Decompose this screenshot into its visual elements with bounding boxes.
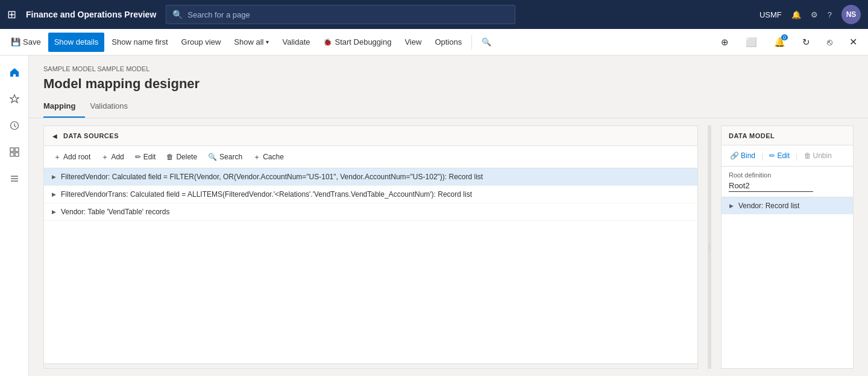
- page-title: Model mapping designer: [43, 76, 854, 92]
- tab-validations[interactable]: Validations: [90, 97, 137, 118]
- save-icon: 💾: [11, 37, 20, 46]
- top-nav-right: USMF 🔔 ⚙ ? NS: [760, 5, 861, 24]
- show-name-first-button[interactable]: Show name first: [105, 33, 174, 52]
- view-button[interactable]: View: [398, 33, 427, 52]
- grid-icon[interactable]: ⊞: [7, 8, 16, 21]
- dm-item[interactable]: ▶ Vendor: Record list: [722, 197, 853, 214]
- delete-icon: 🗑: [166, 153, 174, 161]
- detach-icon: ⎋: [827, 37, 832, 47]
- dm-items-list: ▶ Vendor: Record list: [722, 197, 853, 368]
- tab-mapping[interactable]: Mapping: [43, 97, 85, 118]
- ds-collapse-button[interactable]: ◀: [49, 130, 61, 142]
- unbin-button[interactable]: 🗑 Unbin: [800, 148, 835, 164]
- data-sources-section: ◀ DATA SOURCES ＋ Add root ＋ Add ✏ Edit: [43, 126, 698, 369]
- show-details-button[interactable]: Show details: [48, 33, 105, 52]
- main-content: SAMPLE MODEL SAMPLE MODEL Model mapping …: [29, 56, 868, 376]
- dm-expand-icon-0[interactable]: ▶: [726, 201, 736, 211]
- cache-icon: ＋: [253, 152, 260, 162]
- close-button[interactable]: ✕: [843, 33, 863, 52]
- ds-item[interactable]: ▶ FilteredVendor: Calculated field = FIL…: [44, 168, 697, 186]
- cmd-separator: [471, 35, 472, 49]
- global-search[interactable]: 🔍: [166, 5, 515, 24]
- content-panel: ◀ DATA SOURCES ＋ Add root ＋ Add ✏ Edit: [29, 118, 868, 376]
- badge-button[interactable]: 🔔0: [768, 33, 791, 52]
- ds-header: ◀ DATA SOURCES: [44, 126, 697, 146]
- search-button-cmd[interactable]: 🔍: [476, 33, 497, 52]
- ds-item[interactable]: ▶ Vendor: Table 'VendTable' records: [44, 203, 697, 221]
- resize-divider[interactable]: ⋮: [708, 126, 711, 369]
- search-cmd-icon: 🔍: [482, 37, 491, 46]
- search-icon: 🔍: [172, 10, 183, 19]
- show-all-chevron-icon: ▾: [266, 39, 269, 45]
- command-bar: 💾 Save Show details Show name first Grou…: [0, 29, 868, 56]
- debug-icon: 🐞: [323, 38, 332, 46]
- main-layout: SAMPLE MODEL SAMPLE MODEL Model mapping …: [0, 56, 868, 376]
- svg-rect-4: [15, 153, 19, 156]
- group-view-button[interactable]: Group view: [175, 33, 227, 52]
- svg-rect-3: [10, 153, 14, 156]
- refresh-button[interactable]: ↻: [796, 33, 816, 52]
- help-icon[interactable]: ?: [828, 10, 832, 19]
- root-def-value: Root2: [729, 181, 813, 192]
- avatar[interactable]: NS: [841, 5, 861, 24]
- org-label: USMF: [760, 10, 782, 19]
- start-debugging-button[interactable]: 🐞 Start Debugging: [317, 33, 397, 52]
- sidebar-item-recent[interactable]: [2, 113, 27, 138]
- add-root-icon: ＋: [54, 152, 61, 162]
- refresh-icon: ↻: [802, 37, 810, 48]
- dm-toolbar: 🔗 Bind | ✏ Edit | 🗑 Unbin: [722, 145, 853, 167]
- ds-section-title: DATA SOURCES: [63, 132, 119, 139]
- fullscreen-button[interactable]: ⬜: [740, 33, 763, 52]
- close-icon: ✕: [849, 36, 857, 48]
- page-header: SAMPLE MODEL SAMPLE MODEL Model mapping …: [29, 56, 868, 97]
- save-button[interactable]: 💾 Save: [5, 33, 47, 52]
- dm-item-text-0: Vendor: Record list: [738, 202, 848, 210]
- connections-button[interactable]: ⊕: [715, 33, 735, 52]
- add-root-button[interactable]: ＋ Add root: [49, 148, 95, 165]
- ds-items-list: ▶ FilteredVendor: Calculated field = FIL…: [44, 168, 697, 363]
- svg-rect-2: [15, 148, 19, 151]
- expand-icon-2[interactable]: ▶: [49, 207, 58, 217]
- cache-button[interactable]: ＋ Cache: [248, 148, 289, 165]
- data-model-section: DATA MODEL 🔗 Bind | ✏ Edit | 🗑 Un: [721, 126, 854, 369]
- unbin-icon: 🗑: [804, 151, 811, 160]
- dm-section-title: DATA MODEL: [729, 132, 775, 139]
- connections-icon: ⊕: [721, 37, 729, 48]
- settings-icon[interactable]: ⚙: [811, 10, 818, 19]
- ds-item-text-1: FilteredVendorTrans: Calculated field = …: [61, 190, 693, 199]
- dm-edit-button[interactable]: ✏ Edit: [766, 148, 793, 164]
- ds-item-text-2: Vendor: Table 'VendTable' records: [61, 208, 693, 216]
- expand-icon-1[interactable]: ▶: [49, 190, 58, 199]
- expand-icon-0[interactable]: ▶: [49, 172, 58, 182]
- dm-header: DATA MODEL: [722, 126, 853, 145]
- horizontal-scrollbar[interactable]: [44, 363, 697, 368]
- root-definition: Root definition Root2: [722, 167, 853, 197]
- sidebar-item-home[interactable]: [2, 60, 27, 84]
- sidebar-item-workspace[interactable]: [2, 140, 27, 164]
- breadcrumb: SAMPLE MODEL SAMPLE MODEL: [43, 65, 854, 72]
- app-title: Finance and Operations Preview: [26, 10, 156, 19]
- delete-button[interactable]: 🗑 Delete: [162, 148, 202, 165]
- options-button[interactable]: Options: [429, 33, 468, 52]
- bind-button[interactable]: 🔗 Bind: [726, 148, 759, 164]
- ds-item-text-0: FilteredVendor: Calculated field = FILTE…: [61, 173, 693, 181]
- show-all-button[interactable]: Show all ▾: [228, 33, 275, 52]
- search-ds-button[interactable]: 🔍 Search: [203, 148, 247, 165]
- add-icon: ＋: [101, 152, 108, 162]
- sidebar-item-list[interactable]: [2, 167, 27, 191]
- edit-button[interactable]: ✏ Edit: [130, 148, 161, 165]
- fullscreen-icon: ⬜: [746, 37, 757, 48]
- search-input[interactable]: [187, 10, 509, 19]
- bind-icon: 🔗: [730, 151, 739, 160]
- ds-toolbar: ＋ Add root ＋ Add ✏ Edit 🗑 Delete: [44, 146, 697, 168]
- search-ds-icon: 🔍: [208, 153, 217, 161]
- sidebar-item-favorites[interactable]: [2, 87, 27, 111]
- validate-button[interactable]: Validate: [276, 33, 316, 52]
- dm-edit-icon: ✏: [769, 151, 775, 160]
- add-button[interactable]: ＋ Add: [96, 148, 128, 165]
- tabs: Mapping Validations: [29, 97, 868, 118]
- detach-button[interactable]: ⎋: [821, 33, 838, 52]
- notification-icon[interactable]: 🔔: [791, 10, 801, 19]
- ds-item[interactable]: ▶ FilteredVendorTrans: Calculated field …: [44, 186, 697, 203]
- top-navigation: ⊞ Finance and Operations Preview 🔍 USMF …: [0, 0, 868, 29]
